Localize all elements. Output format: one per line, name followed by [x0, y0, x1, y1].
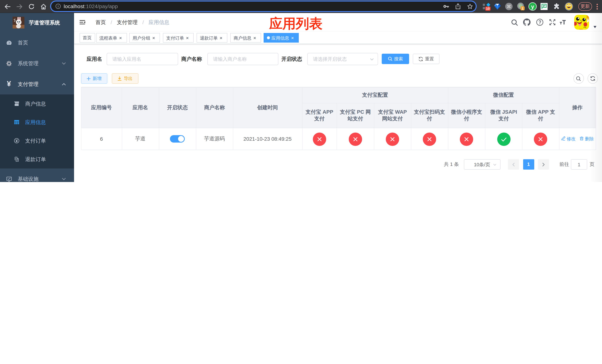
svg-text:10: 10	[486, 7, 490, 10]
svg-text:⌘: ⌘	[506, 4, 511, 9]
svg-text:y: y	[531, 3, 534, 10]
svg-text:1: 1	[522, 7, 523, 10]
